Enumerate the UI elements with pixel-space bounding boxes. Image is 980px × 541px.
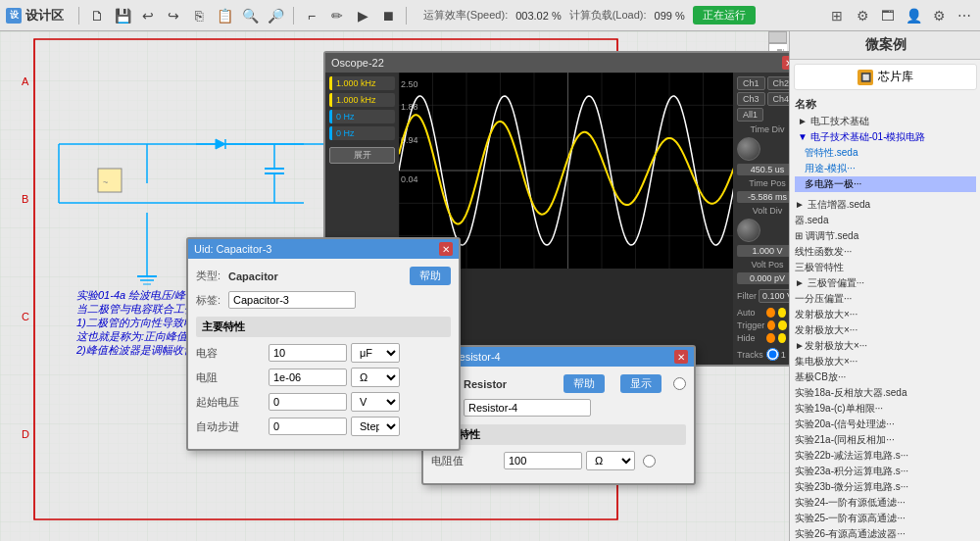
res-display-btn[interactable]: 显示 (620, 374, 662, 393)
res-resistance-unit[interactable]: Ω (586, 451, 635, 470)
svg-text:~: ~ (103, 177, 108, 187)
res-type-row: 类型: Resistor 帮助 显示 (431, 374, 686, 393)
trigger-dot2[interactable] (778, 320, 786, 330)
more-icon-btn[interactable]: ⋯ (955, 6, 974, 25)
cap-init-voltage-input[interactable] (269, 393, 347, 411)
oscope-titlebar[interactable]: Oscope-22 ✕ (325, 53, 789, 73)
user-icon-btn[interactable]: 👤 (904, 6, 923, 25)
volt-pos-label: Volt Pos (737, 260, 789, 270)
cap-resistance-input[interactable] (269, 369, 347, 386)
mc-item-3[interactable]: 线性函数发··· (792, 244, 979, 260)
mc-item-17[interactable]: 实验23a-积分运算电路.s··· (792, 464, 979, 479)
mc-item-4[interactable]: 三极管特性 (792, 260, 979, 275)
mc-item-15[interactable]: 实验21a-(同相反相加··· (792, 432, 979, 448)
zoom-in-btn[interactable]: 🔍 (239, 5, 261, 26)
cap-auto-step-input[interactable] (269, 418, 347, 435)
mc-tree-elec-basic[interactable]: ► 电工技术基础 (795, 114, 976, 129)
ch2-freq: 1.000 kHz (336, 95, 376, 105)
mc-item-2[interactable]: ⊞ 调调节.seda (792, 228, 979, 244)
mc-item-13[interactable]: 实验19a-(c)单相限··· (792, 401, 979, 417)
res-resistance-input[interactable] (504, 452, 582, 469)
ch3-tab[interactable]: Ch3 (737, 92, 765, 106)
copy-btn[interactable]: ⎘ (188, 5, 210, 26)
gear-icon-btn[interactable]: ⚙ (929, 6, 949, 25)
cap-resistance-unit[interactable]: Ω (351, 368, 400, 387)
new-btn[interactable]: 🗋 (86, 5, 108, 26)
window-icon-btn[interactable]: 🗔 (878, 6, 898, 25)
auto-dot2[interactable] (778, 308, 787, 318)
oscope-close-btn[interactable]: ✕ (782, 56, 789, 70)
cap-auto-step-label: 自动步进 (196, 419, 265, 434)
schematic-text-3: 1)二极管的方向性导致电 (76, 316, 194, 330)
res-help-btn[interactable]: 帮助 (564, 374, 605, 393)
mc-item-6[interactable]: 一分压偏置··· (792, 291, 979, 307)
running-btn[interactable]: 正在运行 (693, 6, 756, 25)
zoom-out-btn[interactable]: 🔎 (265, 5, 286, 26)
mc-tree-analog[interactable]: ▼ 电子技术基础-01-模拟电路 (795, 129, 976, 145)
mc-item-18[interactable]: 实验23b-微分运算电路.s··· (792, 479, 979, 495)
svg-text:A: A (22, 75, 29, 87)
wire-btn[interactable]: ⌐ (301, 5, 322, 26)
hide-dot1[interactable] (766, 333, 775, 343)
ch1-tab[interactable]: Ch1 (737, 76, 765, 90)
schematic-text-2: 当二极管与电容联合工作 (76, 302, 195, 317)
save-btn[interactable]: 💾 (112, 5, 133, 26)
mc-tree-item-3[interactable]: 多电路一极··· (795, 176, 976, 192)
res-dialog-titlebar[interactable]: Uid: Resistor-4 ✕ (423, 347, 694, 367)
mc-item-21[interactable]: 实验26-有源高通滤波器··· (792, 526, 979, 541)
mc-item-14[interactable]: 实验20a-(信号处理滤··· (792, 417, 979, 432)
schematic-text-1: 实验01-4a 绘波电压/峰值 (76, 288, 196, 303)
main-area: A B C D A (0, 31, 980, 541)
mc-item-12[interactable]: 实验18a-反相放大器.seda (792, 385, 979, 401)
cap-label-input[interactable] (228, 291, 356, 309)
grid-icon-btn[interactable]: ⊞ (827, 6, 847, 25)
mc-item-20[interactable]: 实验25-一阶有源高通滤··· (792, 511, 979, 526)
mc-item-9[interactable]: ►发射极放大×··· (792, 338, 979, 354)
all1-tab[interactable]: All1 (737, 108, 763, 122)
paste-btn[interactable]: 📋 (214, 5, 235, 26)
cap-capacitance-input[interactable] (269, 344, 347, 362)
cap-init-voltage-unit[interactable]: V (351, 392, 400, 412)
cap-dialog-titlebar[interactable]: Uid: Capacitor-3 ✕ (188, 239, 459, 259)
auto-dot1[interactable] (766, 308, 775, 318)
time-div-knob[interactable] (737, 137, 760, 161)
mc-item-1[interactable]: 器.seda (792, 213, 979, 228)
mc-item-0[interactable]: ► 玉信增器.seda (792, 197, 979, 213)
mc-item-16[interactable]: 实验22b-减法运算电路.s··· (792, 448, 979, 464)
cap-help-btn[interactable]: 帮助 (410, 267, 451, 285)
settings-icon-btn[interactable]: ⚙ (853, 6, 872, 25)
res-resistance-radio[interactable] (643, 455, 656, 467)
res-dialog-close[interactable]: ✕ (674, 350, 688, 364)
tracks-radio-1[interactable]: 1 (766, 348, 786, 361)
redo-btn[interactable]: ↪ (163, 5, 184, 26)
side-tab-mianli[interactable]: 模拟仿真 (768, 31, 787, 43)
mc-tree-item-1[interactable]: 管特性.seda (795, 145, 976, 161)
cap-capacitance-label: 电容 (196, 346, 265, 361)
mc-item-10[interactable]: 集电极放大×··· (792, 354, 979, 369)
mc-item-5[interactable]: ► 三极管偏置··· (792, 275, 979, 291)
stop-btn[interactable]: ⏹ (377, 5, 399, 26)
undo-btn[interactable]: ↩ (137, 5, 159, 26)
filter-input[interactable] (759, 289, 789, 303)
component-btn[interactable]: ✏ (326, 5, 348, 26)
trigger-dot1[interactable] (767, 320, 775, 330)
speed-value: 003.02 % (515, 10, 561, 22)
run-btn[interactable]: ▶ (352, 5, 373, 26)
mc-item-7[interactable]: 发射极放大×··· (792, 307, 979, 322)
expand-btn[interactable]: 展开 (329, 147, 395, 164)
schematic-canvas[interactable]: A B C D A (0, 31, 789, 541)
res-label-input[interactable] (464, 399, 591, 417)
mc-item-19[interactable]: 实验24-一阶有源低通滤··· (792, 495, 979, 511)
hide-dot2[interactable] (778, 333, 787, 343)
ch4-tab[interactable]: Ch4 (767, 92, 789, 106)
mc-item-8[interactable]: 发射极放大×··· (792, 322, 979, 338)
mc-tree-item-2[interactable]: 用途-模拟··· (795, 161, 976, 176)
cap-capacitance-unit[interactable]: μF (351, 343, 400, 363)
mc-item-11[interactable]: 基极CB放··· (792, 369, 979, 385)
chip-lib-item[interactable]: 🔲 芯片库 (794, 64, 977, 90)
cap-auto-step-unit[interactable]: Steps (351, 417, 400, 436)
ch2-tab[interactable]: Ch2 (767, 76, 789, 90)
res-display-radio[interactable] (673, 377, 686, 390)
volt-div-knob[interactable] (737, 219, 760, 242)
cap-dialog-close[interactable]: ✕ (439, 242, 453, 256)
